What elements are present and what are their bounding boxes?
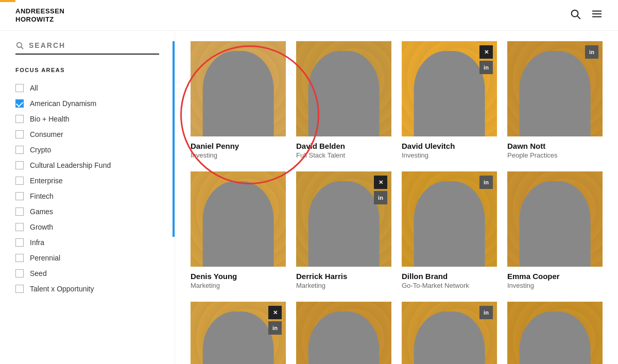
- person-body-shape: [519, 51, 591, 137]
- person-photo-wrapper: [191, 171, 286, 267]
- filter-item-games[interactable]: Games: [15, 204, 159, 219]
- filter-item-perennial[interactable]: Perennial: [15, 250, 159, 266]
- twitter-badge[interactable]: ✕: [268, 306, 282, 319]
- search-bar[interactable]: [15, 41, 159, 55]
- search-input[interactable]: [29, 41, 159, 49]
- filter-label-consumer: Consumer: [30, 130, 63, 138]
- person-name: Dillon Brand: [402, 272, 497, 281]
- filter-checkbox-perennial[interactable]: [15, 254, 24, 262]
- person-card[interactable]: Denis YoungMarketing: [191, 171, 286, 291]
- filter-checkbox-talent-x-opportunity[interactable]: [15, 285, 24, 293]
- filter-label-cultural-leadership-fund: Cultural Leadership Fund: [30, 161, 111, 169]
- person-body-shape: [414, 311, 485, 364]
- linkedin-badge[interactable]: in: [585, 45, 598, 59]
- filter-item-talent-x-opportunity[interactable]: Talent x Opportunity: [15, 281, 159, 297]
- filter-checkbox-infra[interactable]: [15, 238, 24, 247]
- social-badges: in: [585, 45, 598, 59]
- svg-line-1: [577, 16, 580, 19]
- person-card[interactable]: Person Row3BInvesting: [296, 302, 391, 364]
- twitter-badge[interactable]: ✕: [374, 176, 387, 189]
- person-photo-inner: [507, 171, 603, 267]
- filter-item-all[interactable]: All: [15, 80, 159, 96]
- filter-item-infra[interactable]: Infra: [15, 235, 159, 250]
- twitter-badge[interactable]: ✕: [479, 45, 493, 59]
- person-card[interactable]: ✕inPerson Row3AMarketing: [191, 302, 286, 364]
- person-info: David UlevitchInvesting: [402, 136, 497, 161]
- svg-line-6: [21, 47, 23, 49]
- search-bar-icon: [15, 41, 24, 49]
- filter-item-fintech[interactable]: Fintech: [15, 188, 159, 204]
- filter-label-perennial: Perennial: [30, 254, 60, 262]
- person-card[interactable]: inPerson Row3COperations: [402, 302, 497, 364]
- filter-checkbox-american-dynamism[interactable]: [15, 99, 24, 108]
- header: ANDREESSEN HOROWITZ: [0, 0, 618, 31]
- filter-checkbox-enterprise[interactable]: [15, 177, 24, 185]
- person-photo-inner: ✕in: [191, 302, 286, 364]
- person-body-shape: [308, 311, 380, 364]
- person-info: Dawn NottPeople Practices: [507, 136, 603, 161]
- person-role: Full Stack Talent: [296, 151, 391, 159]
- linkedin-badge[interactable]: in: [268, 321, 282, 335]
- menu-icon[interactable]: [591, 8, 603, 22]
- filter-checkbox-consumer[interactable]: [15, 130, 24, 138]
- person-card[interactable]: inDillon BrandGo-To-Market Network: [402, 171, 497, 291]
- filter-checkbox-cultural-leadership-fund[interactable]: [15, 161, 24, 169]
- person-name: Dawn Nott: [507, 142, 603, 150]
- filter-checkbox-fintech[interactable]: [15, 192, 24, 200]
- layout: FOCUS AREAS AllAmerican DynamismBio + He…: [0, 31, 618, 364]
- person-role: Go-To-Market Network: [402, 282, 497, 289]
- person-body-shape: [308, 181, 380, 267]
- person-info: Emma CooperInvesting: [507, 267, 603, 291]
- person-card[interactable]: Person Row3DInvesting: [507, 302, 603, 364]
- person-card[interactable]: ✕inDerrick HarrisMarketing: [296, 171, 391, 291]
- filter-item-consumer[interactable]: Consumer: [15, 127, 159, 142]
- person-body-shape: [202, 311, 274, 364]
- person-card[interactable]: Emma CooperInvesting: [507, 171, 603, 291]
- person-card[interactable]: Daniel PennyInvesting: [191, 41, 286, 161]
- person-photo-inner: [191, 171, 286, 267]
- filter-checkbox-seed[interactable]: [15, 269, 24, 278]
- filter-checkbox-bio-health[interactable]: [15, 115, 24, 123]
- filter-label-seed: Seed: [30, 269, 47, 278]
- filter-checkbox-all[interactable]: [15, 84, 24, 92]
- person-card[interactable]: David BeldenFull Stack Talent: [296, 41, 391, 161]
- person-name: Denis Young: [191, 272, 286, 281]
- linkedin-badge[interactable]: in: [374, 191, 387, 204]
- person-photo-inner: [296, 41, 391, 136]
- person-body-shape: [414, 51, 485, 137]
- person-photo-inner: [296, 302, 391, 364]
- person-photo-inner: in: [402, 302, 497, 364]
- filter-item-bio-health[interactable]: Bio + Health: [15, 111, 159, 127]
- person-body-shape: [202, 181, 274, 267]
- filter-item-enterprise[interactable]: Enterprise: [15, 173, 159, 188]
- filter-list: AllAmerican DynamismBio + HealthConsumer…: [15, 80, 159, 297]
- person-photo-inner: ✕in: [296, 171, 391, 267]
- person-photo-inner: ✕in: [402, 41, 497, 136]
- filter-item-crypto[interactable]: Crypto: [15, 142, 159, 158]
- person-info: Derrick HarrisMarketing: [296, 267, 391, 291]
- search-icon[interactable]: [570, 8, 581, 22]
- linkedin-badge[interactable]: in: [479, 61, 493, 74]
- person-body-shape: [202, 51, 274, 137]
- filter-item-seed[interactable]: Seed: [15, 266, 159, 281]
- person-card[interactable]: inDawn NottPeople Practices: [507, 41, 603, 161]
- header-icons: [570, 8, 603, 22]
- person-name: David Belden: [296, 142, 391, 150]
- person-body-shape: [519, 311, 591, 364]
- social-badges: in: [479, 176, 493, 189]
- filter-checkbox-growth[interactable]: [15, 223, 24, 231]
- filter-label-talent-x-opportunity: Talent x Opportunity: [30, 285, 94, 293]
- person-body-shape: [414, 181, 485, 267]
- person-photo-wrapper: [296, 41, 391, 136]
- person-photo-inner: [507, 302, 603, 364]
- filter-item-growth[interactable]: Growth: [15, 219, 159, 235]
- filter-item-cultural-leadership-fund[interactable]: Cultural Leadership Fund: [15, 158, 159, 173]
- linkedin-badge[interactable]: in: [479, 306, 493, 319]
- linkedin-badge[interactable]: in: [479, 176, 493, 189]
- filter-checkbox-crypto[interactable]: [15, 146, 24, 154]
- person-card[interactable]: ✕inDavid UlevitchInvesting: [402, 41, 497, 161]
- filter-label-infra: Infra: [30, 238, 44, 247]
- logo-text: ANDREESSEN HOROWITZ: [15, 7, 64, 23]
- filter-item-american-dynamism[interactable]: American Dynamism: [15, 96, 159, 111]
- filter-checkbox-games[interactable]: [15, 207, 24, 216]
